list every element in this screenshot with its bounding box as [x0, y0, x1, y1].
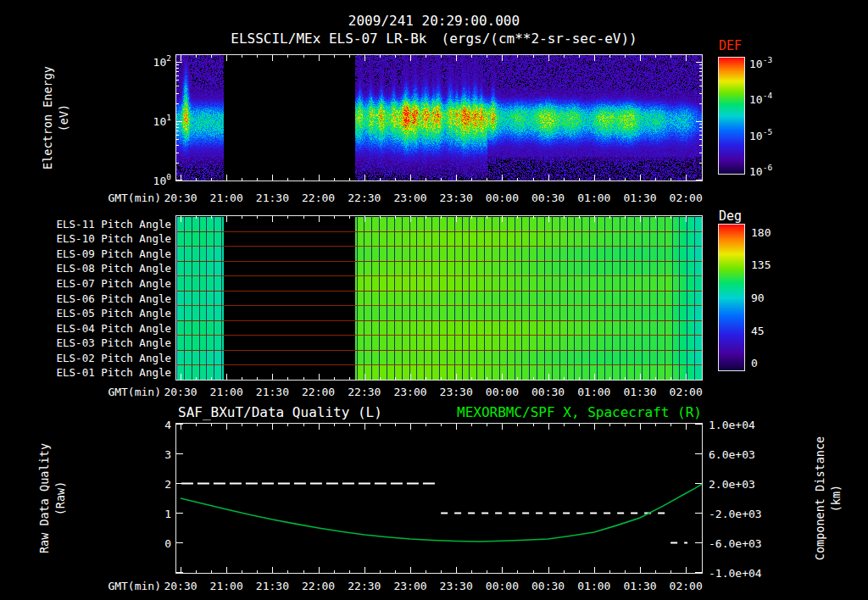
pitch-angle-canvas — [176, 216, 702, 380]
distance-tick-label: 1.0e+04 — [709, 419, 755, 431]
distance-axis-label: Component Distance (km) — [812, 414, 844, 583]
deg-colorbar-tick-label: 180 — [751, 225, 771, 238]
x-tick-label: 01:00 — [577, 192, 610, 204]
def-colorbar-tick-label: 10-5 — [749, 129, 772, 142]
spectrogram-canvas — [176, 55, 702, 181]
x-tick-label: 00:30 — [531, 386, 565, 398]
timestamp-title: 2009/241 20:29:00.000 — [0, 13, 868, 29]
def-colorbar-tick-label: 10-3 — [749, 57, 772, 69]
pitch-row-label: ELS-01 Pitch Angle — [44, 366, 171, 379]
def-colorbar-canvas — [719, 58, 744, 174]
gmt-axis-label: GMT(min) — [59, 192, 161, 204]
line-plot-panel — [175, 423, 703, 574]
right-series-title: MEXORBMC/SPF X, Spacecraft (R) — [312, 404, 702, 420]
x-tick-label: 21:00 — [210, 580, 243, 592]
plot-window: 2009/241 20:29:00.000 ELSSCIL/MEx ELS-07… — [0, 0, 868, 600]
x-tick-label: 02:00 — [670, 580, 703, 592]
pitch-angle-panel — [175, 215, 703, 381]
pitch-row-label: ELS-06 Pitch Angle — [44, 292, 171, 304]
x-tick-label: 23:30 — [440, 580, 473, 592]
x-tick-label: 21:00 — [210, 386, 243, 398]
quality-axis-label-line1: Raw Data Quality — [36, 414, 53, 583]
def-colorbar-title: DEF — [719, 38, 742, 53]
quality-tick-label: 1 — [146, 508, 171, 520]
x-tick-label: 21:30 — [256, 386, 289, 398]
x-tick-label: 01:30 — [623, 386, 656, 398]
deg-colorbar-tick-label: 135 — [751, 258, 771, 271]
deg-colorbar-title: Deg — [719, 208, 742, 224]
x-tick-label: 01:30 — [623, 192, 656, 204]
x-tick-label: 02:00 — [670, 386, 703, 398]
energy-tick-label: 101 — [134, 114, 171, 127]
x-tick-label: 00:00 — [486, 580, 519, 592]
energy-axis-label-line1: Electron Energy — [40, 33, 56, 203]
def-colorbar-tick-label: 10-6 — [749, 165, 772, 178]
pitch-row-label: ELS-03 Pitch Angle — [44, 336, 171, 349]
quality-tick-label: 4 — [146, 419, 171, 431]
x-tick-label: 21:30 — [256, 580, 289, 592]
x-tick-label: 22:00 — [302, 580, 335, 592]
x-tick-label: 01:00 — [577, 386, 610, 398]
pitch-row-label: ELS-08 Pitch Angle — [44, 262, 171, 275]
x-tick-label: 22:30 — [348, 386, 381, 398]
plot-title-instrument: ELSSCIL/MEx ELS-07 LR-Bk — [231, 31, 426, 47]
x-tick-label: 20:30 — [164, 192, 197, 204]
quality-tick-label: 2 — [146, 478, 171, 491]
def-colorbar-tick-label: 10-4 — [749, 93, 772, 106]
pitch-row-label: ELS-04 Pitch Angle — [44, 321, 171, 334]
x-tick-label: 01:00 — [577, 580, 610, 592]
distance-tick-label: 2.0e+03 — [709, 478, 755, 491]
energy-axis-label: Electron Energy (eV) — [40, 33, 72, 203]
distance-tick-label: 6.0e+03 — [709, 448, 755, 461]
energy-axis-label-line2: (eV) — [56, 33, 72, 203]
x-tick-label: 00:00 — [486, 192, 519, 204]
x-tick-label: 23:00 — [393, 386, 426, 398]
gmt-axis-label: GMT(min) — [59, 386, 161, 398]
x-tick-label: 23:00 — [393, 580, 426, 592]
spectrogram-panel — [175, 54, 703, 181]
x-tick-label: 00:00 — [486, 386, 519, 398]
pitch-row-label: ELS-11 Pitch Angle — [44, 217, 171, 230]
x-tick-label: 22:30 — [348, 580, 381, 592]
x-tick-label: 02:00 — [670, 192, 703, 204]
deg-colorbar-tick-label: 45 — [751, 324, 765, 336]
x-tick-label: 21:00 — [210, 192, 243, 204]
distance-tick-label: -6.0e+03 — [709, 537, 762, 550]
deg-colorbar — [718, 224, 745, 371]
x-tick-label: 22:30 — [348, 192, 381, 204]
x-tick-label: 20:30 — [164, 386, 197, 398]
distance-tick-label: -1.0e+04 — [709, 567, 762, 580]
x-tick-label: 20:30 — [164, 580, 197, 592]
line-plot-canvas — [176, 424, 702, 573]
distance-tick-label: -2.0e+03 — [709, 508, 762, 520]
pitch-row-label: ELS-10 Pitch Angle — [44, 232, 171, 245]
x-tick-label: 22:00 — [302, 192, 335, 204]
energy-tick-label: 100 — [134, 175, 171, 187]
energy-tick-label: 102 — [134, 55, 171, 68]
quality-axis-label-line2: (Raw) — [53, 414, 69, 583]
quality-axis-label: Raw Data Quality (Raw) — [36, 414, 69, 583]
plot-title-units: (ergs/(cm**2-sr-sec-eV)) — [442, 31, 637, 47]
quality-tick-label: 3 — [146, 448, 171, 461]
pitch-row-label: ELS-02 Pitch Angle — [44, 351, 171, 364]
pitch-row-label: ELS-09 Pitch Angle — [44, 247, 171, 259]
x-tick-label: 01:30 — [623, 580, 656, 592]
x-tick-label: 23:30 — [440, 386, 473, 398]
distance-axis-label-line1: Component Distance — [812, 414, 828, 583]
deg-colorbar-tick-label: 90 — [751, 292, 765, 304]
distance-axis-label-line2: (km) — [828, 414, 844, 583]
x-tick-label: 22:00 — [302, 386, 335, 398]
gmt-axis-label: GMT(min) — [59, 580, 161, 592]
def-colorbar — [718, 57, 745, 175]
quality-tick-label: 0 — [146, 537, 171, 550]
deg-colorbar-tick-label: 0 — [751, 357, 758, 369]
x-tick-label: 00:30 — [531, 192, 565, 204]
pitch-row-label: ELS-07 Pitch Angle — [44, 276, 171, 289]
x-tick-label: 00:30 — [531, 580, 565, 592]
x-tick-label: 23:30 — [440, 192, 473, 204]
deg-colorbar-canvas — [719, 225, 744, 370]
x-tick-label: 23:00 — [393, 192, 426, 204]
pitch-row-label: ELS-05 Pitch Angle — [44, 307, 171, 319]
x-tick-label: 21:30 — [256, 192, 289, 204]
